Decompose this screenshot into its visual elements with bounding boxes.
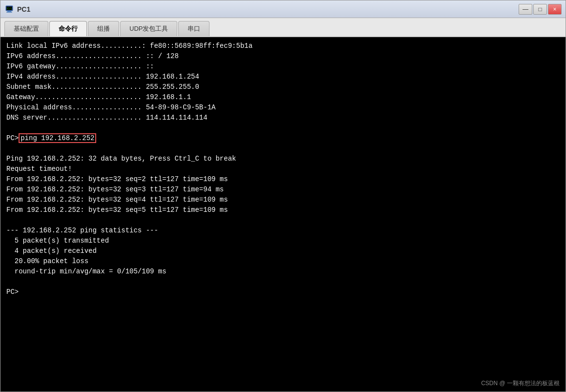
svg-rect-2: [6, 12, 12, 13]
term-line: Physical address................. 54-89-…: [6, 103, 560, 113]
minimize-button[interactable]: —: [519, 4, 532, 15]
ping-loss: 20.00% packet loss: [6, 256, 560, 267]
ping-seq2: From 192.168.2.252: bytes=32 seq=2 ttl=1…: [6, 174, 560, 185]
maximize-button[interactable]: □: [533, 4, 547, 15]
window-title: PC1: [17, 5, 30, 13]
close-button[interactable]: ×: [548, 4, 562, 15]
ping-rtt: round-trip min/avg/max = 0/105/109 ms: [6, 267, 560, 277]
ping-header: Ping 192.168.2.252: 32 data bytes, Press…: [6, 154, 560, 164]
window-controls: — □ ×: [519, 4, 562, 15]
window-icon: C:\: [4, 4, 14, 14]
term-blank: [6, 123, 560, 133]
main-window: C:\ PC1 — □ × 基础配置命令行组播UDP发包工具串口 Link lo…: [0, 0, 566, 392]
ping-transmitted: 5 packet(s) transmitted: [6, 236, 560, 246]
tab-udp[interactable]: UDP发包工具: [120, 21, 177, 36]
term-blank: [6, 277, 560, 287]
svg-text:C:\: C:\: [7, 7, 12, 10]
tab-serial[interactable]: 串口: [178, 21, 210, 36]
ping-seq3: From 192.168.2.252: bytes=32 seq=3 ttl=1…: [6, 185, 560, 195]
term-line: IPv6 address..................... :: / 1…: [6, 51, 560, 62]
term-line: Subnet mask...................... 255.25…: [6, 82, 560, 92]
term-blank: [6, 215, 560, 226]
title-bar: C:\ PC1 — □ ×: [0, 0, 566, 18]
tabs-bar: 基础配置命令行组播UDP发包工具串口: [0, 18, 566, 37]
term-prompt-end: PC>: [6, 287, 560, 297]
term-line: Gateway.......................... 192.16…: [6, 92, 560, 103]
term-line: Link local IPv6 address..........: fe80:…: [6, 41, 560, 51]
ping-received: 4 packet(s) received: [6, 246, 560, 256]
ping-seq5: From 192.168.2.252: bytes=32 seq=5 ttl=1…: [6, 205, 560, 215]
tab-multicast[interactable]: 组播: [88, 21, 119, 36]
term-blank: [6, 144, 560, 154]
terminal-area[interactable]: Link local IPv6 address..........: fe80:…: [0, 37, 566, 392]
ping-timeout: Request timeout!: [6, 164, 560, 174]
ping-stats-header: --- 192.168.2.252 ping statistics ---: [6, 226, 560, 236]
term-prompt-cmd: PC>ping 192.168.2.252: [6, 133, 560, 144]
watermark: CSDN @ 一颗有想法的板蓝根: [481, 379, 560, 388]
highlighted-command: ping 192.168.2.252: [19, 133, 96, 143]
term-line: DNS server....................... 114.11…: [6, 113, 560, 123]
term-line: IPv6 gateway..................... ::: [6, 62, 560, 72]
ping-seq4: From 192.168.2.252: bytes=32 seq=4 ttl=1…: [6, 195, 560, 205]
term-line: IPv4 address..................... 192.16…: [6, 72, 560, 82]
tab-cmd[interactable]: 命令行: [49, 21, 87, 36]
tab-basic[interactable]: 基础配置: [4, 21, 48, 36]
title-bar-left: C:\ PC1: [4, 4, 30, 14]
